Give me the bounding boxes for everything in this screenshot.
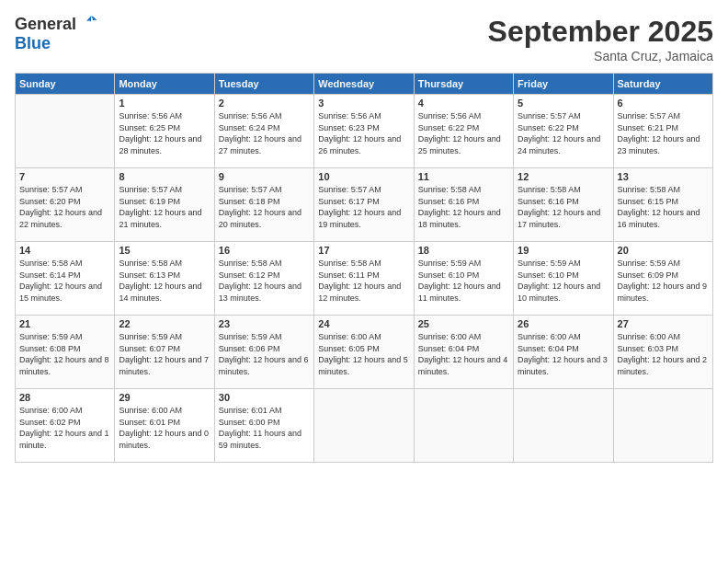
calendar-cell: 30Sunrise: 6:01 AMSunset: 6:00 PMDayligh…	[214, 389, 313, 463]
day-number: 27	[618, 318, 709, 329]
day-number: 13	[618, 171, 709, 182]
calendar-week-2: 14Sunrise: 5:58 AMSunset: 6:14 PMDayligh…	[16, 242, 713, 316]
day-number: 25	[418, 318, 509, 329]
calendar-cell	[613, 389, 712, 463]
day-info: Sunrise: 6:00 AMSunset: 6:02 PMDaylight:…	[19, 405, 110, 451]
calendar-cell: 23Sunrise: 5:59 AMSunset: 6:06 PMDayligh…	[214, 316, 313, 389]
col-header-monday: Monday	[115, 74, 214, 95]
calendar-week-3: 21Sunrise: 5:59 AMSunset: 6:08 PMDayligh…	[16, 316, 713, 389]
day-info: Sunrise: 5:58 AMSunset: 6:16 PMDaylight:…	[518, 184, 609, 230]
calendar-cell: 11Sunrise: 5:58 AMSunset: 6:16 PMDayligh…	[414, 168, 513, 242]
day-number: 14	[19, 245, 110, 256]
calendar-cell: 25Sunrise: 6:00 AMSunset: 6:04 PMDayligh…	[414, 316, 513, 389]
day-number: 1	[119, 98, 210, 109]
col-header-friday: Friday	[514, 74, 613, 95]
calendar-table: SundayMondayTuesdayWednesdayThursdayFrid…	[15, 73, 713, 463]
col-header-thursday: Thursday	[414, 74, 513, 95]
day-number: 9	[219, 171, 310, 182]
day-info: Sunrise: 5:58 AMSunset: 6:14 PMDaylight:…	[19, 258, 110, 304]
calendar-cell: 13Sunrise: 5:58 AMSunset: 6:15 PMDayligh…	[613, 168, 712, 242]
day-number: 20	[618, 245, 709, 256]
day-info: Sunrise: 5:59 AMSunset: 6:09 PMDaylight:…	[618, 258, 709, 304]
day-number: 3	[318, 98, 409, 109]
day-number: 29	[119, 392, 210, 403]
calendar-cell	[16, 95, 115, 168]
day-number: 17	[318, 245, 409, 256]
calendar-cell: 9Sunrise: 5:57 AMSunset: 6:18 PMDaylight…	[214, 168, 313, 242]
day-info: Sunrise: 5:57 AMSunset: 6:21 PMDaylight:…	[618, 110, 709, 156]
day-info: Sunrise: 5:57 AMSunset: 6:18 PMDaylight:…	[219, 184, 310, 230]
day-info: Sunrise: 5:57 AMSunset: 6:22 PMDaylight:…	[518, 110, 609, 156]
day-info: Sunrise: 5:56 AMSunset: 6:25 PMDaylight:…	[119, 110, 210, 156]
calendar-cell: 3Sunrise: 5:56 AMSunset: 6:23 PMDaylight…	[314, 95, 414, 168]
day-info: Sunrise: 5:58 AMSunset: 6:16 PMDaylight:…	[418, 184, 509, 230]
col-header-saturday: Saturday	[613, 74, 712, 95]
day-info: Sunrise: 5:59 AMSunset: 6:10 PMDaylight:…	[418, 258, 509, 304]
logo: General Blue	[15, 15, 99, 53]
calendar-cell	[514, 389, 613, 463]
day-info: Sunrise: 5:56 AMSunset: 6:24 PMDaylight:…	[219, 110, 310, 156]
calendar-cell: 16Sunrise: 5:58 AMSunset: 6:12 PMDayligh…	[214, 242, 313, 316]
calendar-week-4: 28Sunrise: 6:00 AMSunset: 6:02 PMDayligh…	[16, 389, 713, 463]
calendar-cell: 2Sunrise: 5:56 AMSunset: 6:24 PMDaylight…	[214, 95, 313, 168]
calendar-cell: 17Sunrise: 5:58 AMSunset: 6:11 PMDayligh…	[314, 242, 414, 316]
calendar-cell: 5Sunrise: 5:57 AMSunset: 6:22 PMDaylight…	[514, 95, 613, 168]
day-number: 19	[518, 245, 609, 256]
calendar-cell: 28Sunrise: 6:00 AMSunset: 6:02 PMDayligh…	[16, 389, 115, 463]
logo-bird-icon	[83, 15, 99, 35]
calendar-cell: 6Sunrise: 5:57 AMSunset: 6:21 PMDaylight…	[613, 95, 712, 168]
header: General Blue September 2025 Santa Cruz, …	[15, 15, 713, 63]
calendar-cell: 8Sunrise: 5:57 AMSunset: 6:19 PMDaylight…	[115, 168, 214, 242]
location-subtitle: Santa Cruz, Jamaica	[488, 49, 713, 63]
day-number: 8	[119, 171, 210, 182]
calendar-cell: 4Sunrise: 5:56 AMSunset: 6:22 PMDaylight…	[414, 95, 513, 168]
calendar-cell	[314, 389, 414, 463]
day-info: Sunrise: 5:57 AMSunset: 6:20 PMDaylight:…	[19, 184, 110, 230]
day-info: Sunrise: 5:57 AMSunset: 6:19 PMDaylight:…	[119, 184, 210, 230]
calendar-header-row: SundayMondayTuesdayWednesdayThursdayFrid…	[16, 74, 713, 95]
day-number: 30	[219, 392, 310, 403]
day-info: Sunrise: 5:58 AMSunset: 6:13 PMDaylight:…	[119, 258, 210, 304]
day-number: 28	[19, 392, 110, 403]
day-info: Sunrise: 5:58 AMSunset: 6:11 PMDaylight:…	[318, 258, 409, 304]
calendar-cell: 29Sunrise: 6:00 AMSunset: 6:01 PMDayligh…	[115, 389, 214, 463]
day-number: 4	[418, 98, 509, 109]
day-info: Sunrise: 6:00 AMSunset: 6:05 PMDaylight:…	[318, 331, 409, 377]
day-number: 22	[119, 318, 210, 329]
day-number: 12	[518, 171, 609, 182]
day-info: Sunrise: 5:59 AMSunset: 6:08 PMDaylight:…	[19, 331, 110, 377]
day-info: Sunrise: 5:58 AMSunset: 6:12 PMDaylight:…	[219, 258, 310, 304]
day-number: 11	[418, 171, 509, 182]
calendar-cell: 20Sunrise: 5:59 AMSunset: 6:09 PMDayligh…	[613, 242, 712, 316]
day-number: 2	[219, 98, 310, 109]
day-info: Sunrise: 6:00 AMSunset: 6:04 PMDaylight:…	[418, 331, 509, 377]
day-number: 21	[19, 318, 110, 329]
day-number: 7	[19, 171, 110, 182]
calendar-cell: 21Sunrise: 5:59 AMSunset: 6:08 PMDayligh…	[16, 316, 115, 389]
day-number: 18	[418, 245, 509, 256]
title-block: September 2025 Santa Cruz, Jamaica	[488, 15, 713, 63]
calendar-cell: 18Sunrise: 5:59 AMSunset: 6:10 PMDayligh…	[414, 242, 513, 316]
day-info: Sunrise: 5:56 AMSunset: 6:23 PMDaylight:…	[318, 110, 409, 156]
day-info: Sunrise: 5:59 AMSunset: 6:06 PMDaylight:…	[219, 331, 310, 377]
calendar-week-0: 1Sunrise: 5:56 AMSunset: 6:25 PMDaylight…	[16, 95, 713, 168]
calendar-cell	[414, 389, 513, 463]
day-number: 23	[219, 318, 310, 329]
day-info: Sunrise: 5:58 AMSunset: 6:15 PMDaylight:…	[618, 184, 709, 230]
calendar-cell: 7Sunrise: 5:57 AMSunset: 6:20 PMDaylight…	[16, 168, 115, 242]
day-info: Sunrise: 5:59 AMSunset: 6:10 PMDaylight:…	[518, 258, 609, 304]
logo-text: General Blue	[15, 15, 99, 53]
day-info: Sunrise: 6:00 AMSunset: 6:01 PMDaylight:…	[119, 405, 210, 451]
day-info: Sunrise: 5:59 AMSunset: 6:07 PMDaylight:…	[119, 331, 210, 377]
day-number: 6	[618, 98, 709, 109]
day-info: Sunrise: 6:00 AMSunset: 6:03 PMDaylight:…	[618, 331, 709, 377]
page: General Blue September 2025 Santa Cruz, …	[0, 0, 728, 563]
day-number: 16	[219, 245, 310, 256]
col-header-tuesday: Tuesday	[214, 74, 313, 95]
calendar-cell: 19Sunrise: 5:59 AMSunset: 6:10 PMDayligh…	[514, 242, 613, 316]
calendar-cell: 10Sunrise: 5:57 AMSunset: 6:17 PMDayligh…	[314, 168, 414, 242]
month-title: September 2025	[488, 15, 713, 49]
day-info: Sunrise: 5:56 AMSunset: 6:22 PMDaylight:…	[418, 110, 509, 156]
day-number: 15	[119, 245, 210, 256]
calendar-cell: 12Sunrise: 5:58 AMSunset: 6:16 PMDayligh…	[514, 168, 613, 242]
